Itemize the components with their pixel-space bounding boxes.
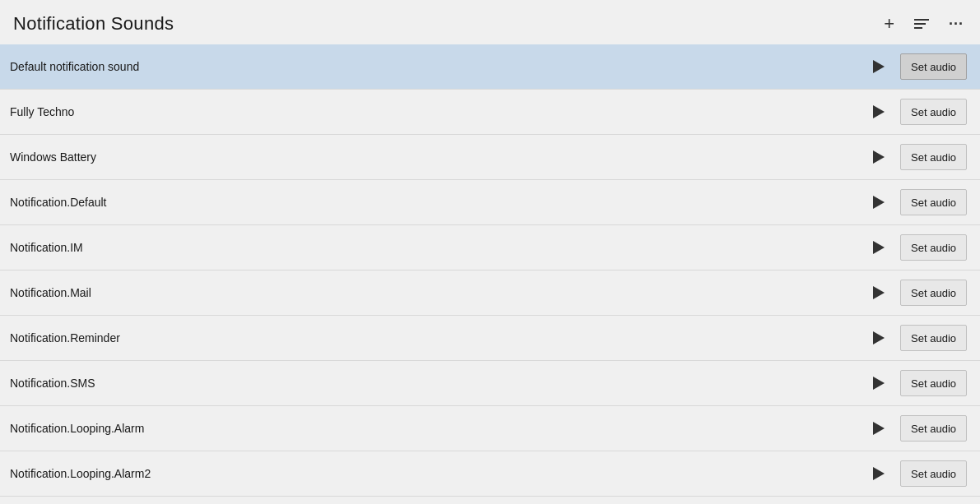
sound-name: Notification.Mail <box>7 286 864 299</box>
app-container: Notification Sounds + ··· Default notifi… <box>0 0 980 504</box>
sound-name: Fully Techno <box>7 105 864 118</box>
set-audio-button[interactable]: Set audio <box>900 234 967 261</box>
set-audio-button[interactable]: Set audio <box>900 460 967 487</box>
play-icon <box>873 377 885 390</box>
play-icon <box>873 241 885 254</box>
sound-name: Windows Battery <box>7 150 864 164</box>
play-icon <box>873 150 885 164</box>
sound-row[interactable]: Notification.MailSet audio <box>0 270 980 316</box>
sort-button[interactable] <box>911 16 932 32</box>
play-button[interactable] <box>864 323 894 353</box>
page-title: Notification Sounds <box>13 13 174 35</box>
play-button[interactable] <box>864 142 894 172</box>
sound-row[interactable]: Notification.DefaultSet audio <box>0 180 980 225</box>
more-icon: ··· <box>949 16 964 33</box>
play-button[interactable] <box>864 233 894 262</box>
play-button[interactable] <box>864 414 894 443</box>
set-audio-button[interactable]: Set audio <box>900 144 967 170</box>
set-audio-button[interactable]: Set audio <box>900 99 967 125</box>
sound-name: Notification.IM <box>7 241 864 254</box>
play-icon <box>873 60 885 73</box>
play-icon <box>873 331 885 344</box>
set-audio-button[interactable]: Set audio <box>900 415 967 442</box>
play-button[interactable] <box>864 368 894 398</box>
play-icon <box>873 467 885 480</box>
sound-row[interactable]: Notification.SMSSet audio <box>0 361 980 406</box>
header: Notification Sounds + ··· <box>0 0 980 44</box>
sound-row[interactable]: Notification.Looping.Alarm2Set audio <box>0 451 980 497</box>
sound-row[interactable]: Notification.ReminderSet audio <box>0 316 980 361</box>
sound-row[interactable]: Windows BatterySet audio <box>0 135 980 180</box>
sound-row[interactable]: Notification.IMSet audio <box>0 225 980 270</box>
sort-icon <box>914 19 929 29</box>
sound-row[interactable]: Default notification soundSet audio <box>0 44 980 90</box>
plus-icon: + <box>884 15 894 33</box>
set-audio-button[interactable]: Set audio <box>900 53 967 80</box>
play-icon <box>873 105 885 118</box>
set-audio-button[interactable]: Set audio <box>900 189 967 215</box>
sound-name: Notification.Looping.Alarm <box>7 422 864 435</box>
play-button[interactable] <box>864 97 894 127</box>
sound-name: Notification.SMS <box>7 377 864 390</box>
sound-row[interactable]: Notification.Looping.AlarmSet audio <box>0 406 980 451</box>
more-button[interactable]: ··· <box>945 12 967 36</box>
header-actions: + ··· <box>880 12 967 36</box>
play-icon <box>873 196 885 209</box>
play-button[interactable] <box>864 278 894 307</box>
play-icon <box>873 286 885 299</box>
add-button[interactable]: + <box>880 12 898 36</box>
sound-name: Default notification sound <box>7 60 864 73</box>
sound-name: Notification.Looping.Alarm2 <box>7 467 864 480</box>
set-audio-button[interactable]: Set audio <box>900 280 967 306</box>
play-button[interactable] <box>864 459 894 488</box>
sound-name: Notification.Default <box>7 196 864 209</box>
sound-name: Notification.Reminder <box>7 331 864 344</box>
play-icon <box>873 422 885 435</box>
play-button[interactable] <box>864 187 894 217</box>
set-audio-button[interactable]: Set audio <box>900 325 967 351</box>
sound-row[interactable]: Fully TechnoSet audio <box>0 90 980 135</box>
set-audio-button[interactable]: Set audio <box>900 370 967 396</box>
sound-list: Default notification soundSet audioFully… <box>0 44 980 504</box>
play-button[interactable] <box>864 52 894 81</box>
